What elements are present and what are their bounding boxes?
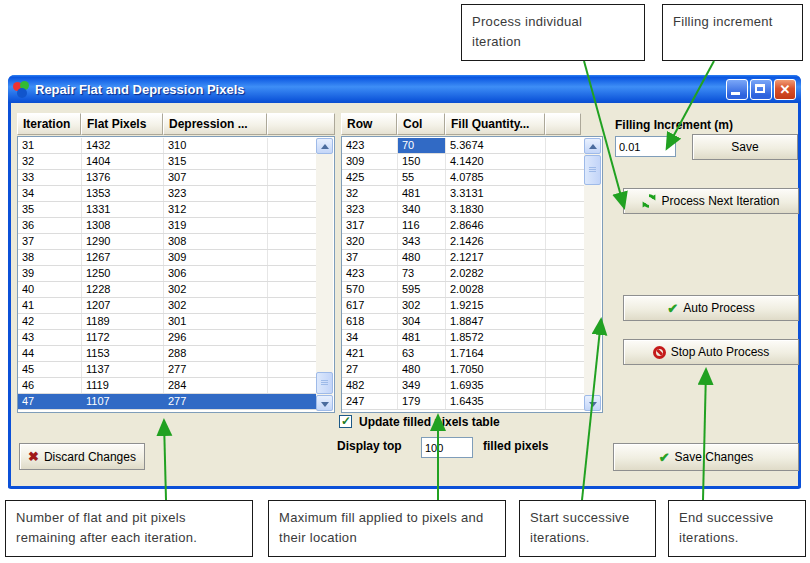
table-cell[interactable]: 1172 — [82, 330, 164, 345]
table-cell[interactable]: 42 — [18, 314, 82, 329]
table-cell[interactable]: 306 — [164, 266, 268, 281]
table-cell[interactable]: 1153 — [82, 346, 164, 361]
table-row[interactable]: 5705952.0028 — [342, 282, 585, 298]
table-cell[interactable]: 323 — [164, 186, 268, 201]
table-row[interactable]: 3171162.8646 — [342, 218, 585, 234]
table-cell[interactable]: 423 — [342, 266, 398, 281]
table-row[interactable]: 374802.1217 — [342, 250, 585, 266]
table-cell[interactable]: 480 — [398, 362, 446, 377]
table-cell[interactable]: 150 — [398, 154, 446, 169]
table-cell[interactable]: 595 — [398, 282, 446, 297]
table-cell[interactable]: 320 — [342, 234, 398, 249]
table-cell[interactable]: 1137 — [82, 362, 164, 377]
close-button[interactable] — [774, 79, 796, 100]
table-cell[interactable]: 421 — [342, 346, 398, 361]
table-cell[interactable]: 481 — [398, 186, 446, 201]
table-cell[interactable]: 301 — [164, 314, 268, 329]
table-cell[interactable]: 46 — [18, 378, 82, 393]
save-button[interactable]: Save — [692, 134, 798, 160]
scroll-up-icon[interactable] — [584, 138, 601, 154]
table-cell[interactable]: 116 — [398, 218, 446, 233]
table-cell[interactable]: 1.7164 — [446, 346, 546, 361]
table-row[interactable]: 451137277 — [18, 362, 316, 378]
column-header-flat-pixels[interactable]: Flat Pixels — [81, 113, 163, 135]
table-cell[interactable]: 480 — [398, 250, 446, 265]
table-cell[interactable]: 309 — [164, 250, 268, 265]
table-cell[interactable]: 35 — [18, 202, 82, 217]
table-cell[interactable]: 1207 — [82, 298, 164, 313]
table-row[interactable]: 3203432.1426 — [342, 234, 585, 250]
table-cell[interactable]: 1376 — [82, 170, 164, 185]
table-cell[interactable]: 3.3131 — [446, 186, 546, 201]
table-cell[interactable]: 247 — [342, 394, 398, 409]
table-cell[interactable]: 317 — [342, 218, 398, 233]
table-row[interactable]: 421631.7164 — [342, 346, 585, 362]
table-cell[interactable]: 1119 — [82, 378, 164, 393]
update-filled-checkbox[interactable] — [339, 415, 352, 428]
table-row[interactable]: 3233403.1830 — [342, 202, 585, 218]
table-cell[interactable]: 482 — [342, 378, 398, 393]
table-cell[interactable]: 1228 — [82, 282, 164, 297]
table-cell[interactable]: 1.8847 — [446, 314, 546, 329]
table-row[interactable]: 274801.7050 — [342, 362, 585, 378]
table-cell[interactable]: 308 — [164, 234, 268, 249]
table-row[interactable]: 371290308 — [18, 234, 316, 250]
process-next-iteration-button[interactable]: Process Next Iteration — [623, 188, 799, 214]
table-cell[interactable]: 315 — [164, 154, 268, 169]
vertical-scrollbar[interactable] — [316, 138, 333, 411]
save-changes-button[interactable]: ✔ Save Changes — [613, 443, 799, 471]
table-cell[interactable]: 41 — [18, 298, 82, 313]
table-cell[interactable]: 179 — [398, 394, 446, 409]
table-cell[interactable]: 425 — [342, 170, 398, 185]
table-cell[interactable]: 312 — [164, 202, 268, 217]
table-cell[interactable]: 423 — [342, 138, 398, 153]
scroll-down-icon[interactable] — [316, 395, 333, 411]
table-cell[interactable]: 1.6435 — [446, 394, 546, 409]
table-cell[interactable]: 2.0282 — [446, 266, 546, 281]
table-row[interactable]: 423705.3674 — [342, 138, 585, 154]
table-cell[interactable]: 277 — [164, 362, 268, 377]
table-cell[interactable]: 310 — [164, 138, 268, 153]
table-cell[interactable]: 73 — [398, 266, 446, 281]
table-cell[interactable]: 70 — [398, 138, 446, 153]
table-cell[interactable]: 2.8646 — [446, 218, 546, 233]
table-cell[interactable]: 1432 — [82, 138, 164, 153]
table-cell[interactable]: 4.1420 — [446, 154, 546, 169]
table-cell[interactable]: 37 — [342, 250, 398, 265]
table-cell[interactable]: 284 — [164, 378, 268, 393]
table-cell[interactable]: 33 — [18, 170, 82, 185]
table-cell[interactable]: 3.1830 — [446, 202, 546, 217]
table-cell[interactable]: 296 — [164, 330, 268, 345]
table-cell[interactable]: 1308 — [82, 218, 164, 233]
minimize-button[interactable] — [726, 79, 748, 100]
scroll-up-icon[interactable] — [316, 138, 333, 154]
table-cell[interactable]: 1107 — [82, 394, 164, 409]
table-row[interactable]: 471107277 — [18, 394, 316, 410]
table-row[interactable]: 411207302 — [18, 298, 316, 314]
table-cell[interactable]: 27 — [342, 362, 398, 377]
table-row[interactable]: 461119284 — [18, 378, 316, 394]
table-cell[interactable]: 44 — [18, 346, 82, 361]
table-row[interactable]: 341353323 — [18, 186, 316, 202]
table-cell[interactable]: 32 — [18, 154, 82, 169]
table-row[interactable]: 381267309 — [18, 250, 316, 266]
table-cell[interactable]: 2.1217 — [446, 250, 546, 265]
table-row[interactable]: 391250306 — [18, 266, 316, 282]
table-cell[interactable]: 38 — [18, 250, 82, 265]
table-cell[interactable]: 1.9215 — [446, 298, 546, 313]
table-row[interactable]: 421189301 — [18, 314, 316, 330]
table-cell[interactable]: 1189 — [82, 314, 164, 329]
table-row[interactable]: 3091504.1420 — [342, 154, 585, 170]
maximize-button[interactable] — [750, 79, 772, 100]
table-cell[interactable]: 304 — [398, 314, 446, 329]
column-header-fill-quantity[interactable]: Fill Quantity... — [445, 113, 545, 135]
table-cell[interactable]: 1290 — [82, 234, 164, 249]
scrollbar-thumb[interactable] — [584, 155, 601, 185]
table-cell[interactable]: 1404 — [82, 154, 164, 169]
table-cell[interactable]: 302 — [398, 298, 446, 313]
table-cell[interactable]: 323 — [342, 202, 398, 217]
table-cell[interactable]: 36 — [18, 218, 82, 233]
display-top-input[interactable] — [421, 437, 473, 458]
table-cell[interactable]: 1.7050 — [446, 362, 546, 377]
table-cell[interactable]: 1.6935 — [446, 378, 546, 393]
